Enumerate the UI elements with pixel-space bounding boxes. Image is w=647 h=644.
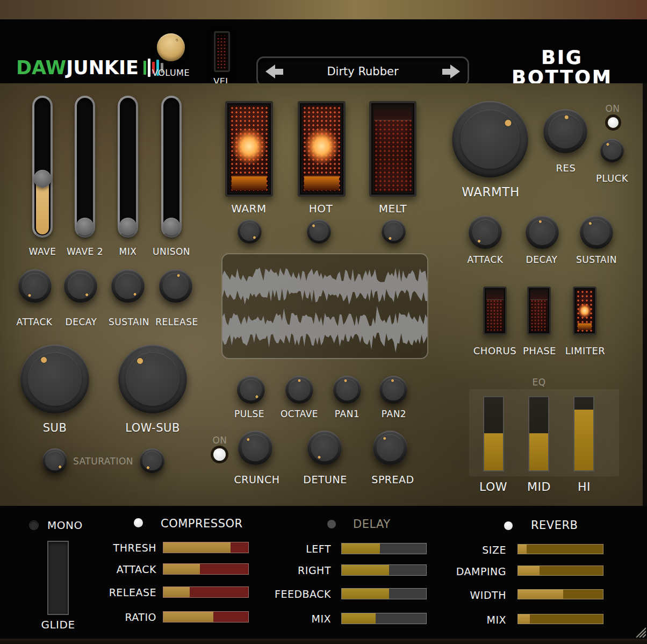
- delay-right-slider[interactable]: [341, 564, 427, 576]
- thresh-slider[interactable]: [163, 542, 249, 553]
- saturation-label: SATURATION: [73, 456, 133, 467]
- filter-sustain-knob[interactable]: [580, 216, 613, 249]
- pan1-knob[interactable]: [333, 376, 361, 404]
- hot-knob[interactable]: [307, 219, 331, 244]
- chorus-label: CHORUS: [473, 345, 516, 356]
- crunch-label: CRUNCH: [234, 474, 279, 485]
- unison-slider-thumb[interactable]: [163, 218, 181, 235]
- eq-mid-bar[interactable]: [528, 396, 549, 471]
- wave2-slider-thumb[interactable]: [76, 218, 94, 235]
- limiter-toggle[interactable]: [573, 287, 596, 335]
- mix-slider-thumb[interactable]: [119, 218, 137, 235]
- wave-slider[interactable]: [32, 96, 53, 238]
- daw-junkie-logo: DAWJUNKIE: [16, 57, 163, 78]
- volume-knob[interactable]: [157, 33, 185, 61]
- octave-knob[interactable]: [285, 376, 313, 404]
- preset-name[interactable]: Dirty Rubber: [292, 65, 433, 78]
- low-sub-knob[interactable]: [118, 345, 187, 413]
- pluck-on-label: ON: [605, 103, 620, 114]
- pan2-knob[interactable]: [379, 376, 407, 404]
- delay-mix-slider[interactable]: [341, 613, 427, 624]
- crunch-knob[interactable]: [238, 431, 272, 465]
- warmth-knob[interactable]: [452, 101, 528, 177]
- delay-left-slider[interactable]: [341, 543, 427, 554]
- width-slider[interactable]: [517, 589, 603, 599]
- filter-attack-knob[interactable]: [469, 216, 502, 249]
- eq-hi-bar[interactable]: [573, 396, 594, 471]
- resize-handle[interactable]: [633, 625, 646, 638]
- delay-led[interactable]: [327, 520, 336, 528]
- pluck-on-led[interactable]: [608, 117, 619, 128]
- wave2-slider[interactable]: [75, 96, 95, 238]
- detune-label: DETUNE: [303, 474, 347, 485]
- damping-label: DAMPING: [456, 566, 506, 577]
- limiter-label: LIMITER: [565, 345, 606, 356]
- spread-knob[interactable]: [373, 431, 407, 465]
- size-slider[interactable]: [517, 544, 603, 554]
- saturation-knob-1[interactable]: [42, 448, 67, 473]
- reverb-mix-slider[interactable]: [517, 614, 603, 624]
- crunch-on-led[interactable]: [213, 448, 226, 461]
- preset-selector[interactable]: Dirty Rubber: [256, 56, 469, 87]
- octave-label: OCTAVE: [281, 409, 318, 419]
- amp-decay-knob[interactable]: [64, 269, 97, 303]
- mix-slider[interactable]: [118, 96, 138, 238]
- low-sub-label: LOW-SUB: [125, 421, 180, 434]
- warm-label: WARM: [231, 202, 267, 215]
- spread-label: SPREAD: [371, 474, 414, 485]
- warm-knob[interactable]: [238, 219, 262, 244]
- res-label: RES: [556, 162, 576, 174]
- ratio-slider[interactable]: [163, 611, 249, 622]
- filter-attack-label: ATTACK: [468, 254, 504, 265]
- warm-tube-glow: [232, 127, 267, 165]
- sub-label: SUB: [43, 421, 67, 434]
- filter-decay-knob[interactable]: [526, 216, 559, 249]
- damping-slider[interactable]: [517, 566, 603, 576]
- compressor-led[interactable]: [134, 518, 143, 527]
- comp-release-label: RELEASE: [109, 586, 156, 598]
- delay-mix-label: MIX: [311, 613, 331, 625]
- crunch-on-label: ON: [212, 435, 227, 446]
- mono-led[interactable]: [30, 521, 38, 529]
- phase-toggle[interactable]: [527, 287, 551, 335]
- wave-slider-thumb[interactable]: [34, 170, 52, 188]
- amp-release-label: RELEASE: [155, 317, 198, 327]
- big-bottom-plugin-window: DAWJUNKIE VOLUME VEL Dirty Rubber BIG BO…: [0, 0, 647, 644]
- pan2-label: PAN2: [382, 409, 406, 419]
- mix-label: MIX: [119, 246, 137, 257]
- saturation-knob-2[interactable]: [140, 448, 164, 473]
- comp-release-slider[interactable]: [163, 586, 249, 598]
- pulse-knob[interactable]: [237, 376, 265, 404]
- volume-label: VOLUME: [152, 68, 190, 78]
- sub-knob[interactable]: [20, 345, 89, 413]
- melt-knob[interactable]: [382, 219, 406, 244]
- comp-attack-slider[interactable]: [163, 563, 249, 575]
- phase-label: PHASE: [523, 345, 556, 356]
- panel-right-edge: [643, 83, 647, 506]
- glide-slider[interactable]: [47, 541, 69, 615]
- warm-tube-display: [225, 101, 273, 197]
- res-knob[interactable]: [543, 109, 587, 153]
- wave-label: WAVE: [29, 246, 56, 257]
- preset-prev-arrow-icon[interactable]: [265, 64, 285, 79]
- detune-knob[interactable]: [307, 431, 342, 465]
- ratio-label: RATIO: [125, 611, 156, 623]
- amp-attack-knob[interactable]: [18, 269, 52, 303]
- feedback-slider[interactable]: [341, 588, 427, 599]
- thresh-label: THRESH: [113, 542, 156, 554]
- amp-attack-label: ATTACK: [17, 317, 53, 327]
- logo-junkie-text: JUNKIE: [66, 57, 139, 78]
- reverb-mix-label: MIX: [486, 614, 506, 626]
- amp-release-knob[interactable]: [159, 269, 192, 303]
- preset-next-arrow-icon[interactable]: [441, 64, 460, 79]
- chorus-toggle[interactable]: [483, 287, 507, 335]
- mono-label: MONO: [47, 519, 83, 532]
- eq-low-bar[interactable]: [483, 396, 504, 471]
- unison-slider[interactable]: [161, 96, 182, 238]
- amp-sustain-knob[interactable]: [111, 269, 145, 303]
- velocity-meter-texture: [217, 34, 227, 69]
- pluck-knob[interactable]: [600, 139, 624, 162]
- pan1-label: PAN1: [335, 409, 360, 419]
- size-label: SIZE: [482, 544, 506, 556]
- reverb-led[interactable]: [504, 521, 513, 530]
